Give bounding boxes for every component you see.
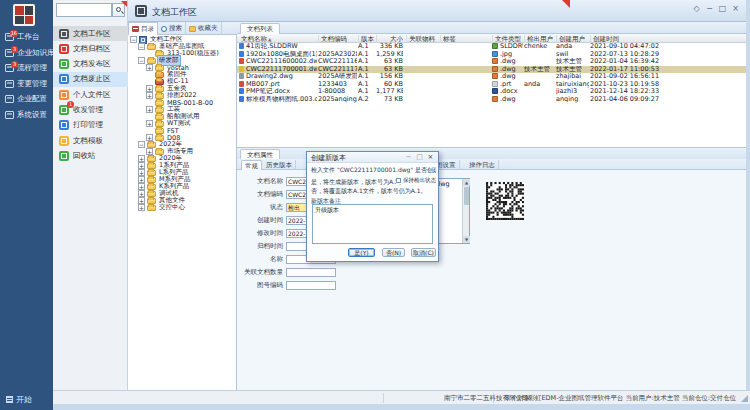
column-header[interactable]: 创建时间	[590, 35, 685, 43]
cell-tag	[440, 96, 490, 104]
module-item[interactable]: 文档废止区	[53, 72, 128, 87]
cell-type: .prt	[492, 81, 523, 89]
expand-icon[interactable]: +	[138, 176, 145, 183]
module-item[interactable]: 回收站	[53, 148, 128, 163]
expand-icon[interactable]: +	[146, 64, 153, 71]
left-nav-item[interactable]: 3企业知识库	[0, 46, 53, 60]
module-item[interactable]: 1收发管理	[53, 103, 128, 118]
collapse-icon[interactable]: −	[138, 43, 145, 50]
expand-icon[interactable]: +	[146, 106, 153, 113]
expand-icon[interactable]: +	[146, 92, 153, 99]
no-button[interactable]: 否(N)	[382, 248, 405, 257]
scroll-thumb[interactable]	[464, 187, 469, 205]
knowledge-base-icon: 3	[5, 49, 14, 57]
expand-icon[interactable]: +	[138, 162, 145, 169]
expand-icon[interactable]: +	[138, 190, 145, 197]
keep-checkout-checkbox[interactable]	[396, 178, 401, 183]
column-header[interactable]: 文件类型	[492, 35, 523, 43]
cell-tag	[440, 81, 490, 89]
properties-tab-5[interactable]: 操作日志	[466, 160, 499, 170]
left-nav-item[interactable]: 3流程管理	[0, 61, 53, 75]
listbox-scrollbar[interactable]: ▲ ▼	[462, 179, 469, 243]
table-row[interactable]: 1920x1080电脑桌面(1)(1).jpg2025A23028A.11,25…	[237, 51, 746, 59]
tree-node[interactable]: FST	[128, 127, 236, 134]
resize-grip[interactable]	[741, 395, 748, 402]
module-search-input[interactable]	[56, 3, 112, 17]
expand-icon[interactable]: +	[138, 197, 145, 204]
expand-icon[interactable]: +	[138, 155, 145, 162]
yes-button[interactable]: 是(Y)	[348, 248, 375, 257]
tree-node[interactable]: 313-100(稳压器)	[128, 50, 236, 57]
start-button[interactable]: 开始	[0, 392, 53, 406]
close-icon[interactable]: ×	[425, 153, 436, 162]
cell-type: .docx	[492, 88, 523, 96]
cancel-button[interactable]: 取消(C)	[411, 248, 436, 257]
cell-material	[406, 73, 438, 81]
column-header[interactable]: 文档名称▲	[239, 35, 317, 43]
table-row[interactable]: Drawing2.dwg2025A研发部00007A.1156 KB.dwgzh…	[237, 73, 746, 81]
tree-tab-favorites[interactable]: 收藏夹	[186, 22, 222, 35]
cell-tag	[440, 51, 490, 59]
module-item[interactable]: 个人文件区	[53, 87, 128, 102]
minimize-icon[interactable]: −	[703, 2, 716, 15]
scroll-down-icon[interactable]: ▼	[463, 236, 470, 243]
tree-node[interactable]: MBS-001-B-00	[128, 99, 236, 106]
cell-tag	[440, 73, 490, 81]
column-header[interactable]: 大小	[376, 35, 403, 43]
cell-type: .dwg	[492, 66, 523, 74]
tree-tab-catalog[interactable]: 目录	[128, 22, 158, 35]
workbench-icon: 16	[5, 33, 14, 41]
column-header[interactable]: 标签	[440, 35, 490, 43]
module-item[interactable]: 文档归档区	[53, 41, 128, 56]
column-header[interactable]: 检出用户	[524, 35, 555, 43]
cell-tag	[440, 88, 490, 96]
file-type-icon	[492, 88, 498, 94]
file-list-tab[interactable]: 文档列表	[240, 23, 280, 34]
maximize-icon[interactable]: □	[414, 153, 425, 162]
restore-icon[interactable]: □	[716, 2, 729, 15]
tree-node[interactable]: +K系列产品	[128, 183, 236, 190]
module-item[interactable]: 打印管理	[53, 118, 128, 133]
table-row[interactable]: 41齿轮.SLDDRWA.1336 KBSLDDRWchenkeanda2021…	[237, 43, 746, 51]
tree-tab-search[interactable]: 搜索	[158, 22, 186, 35]
search-icon	[116, 7, 121, 12]
field-input[interactable]	[286, 281, 336, 290]
left-nav-item[interactable]: 企业配置	[0, 92, 53, 106]
expand-icon[interactable]: +	[146, 120, 153, 127]
module-item[interactable]: 文档模板	[53, 133, 128, 148]
tree-node[interactable]: +WT测试	[128, 120, 236, 127]
column-header[interactable]: 版本	[358, 35, 375, 43]
close-icon[interactable]: ×	[729, 2, 742, 15]
collapse-icon[interactable]: −	[130, 36, 137, 43]
expand-icon[interactable]: +	[146, 85, 153, 92]
remark-textarea[interactable]: 升级版本	[312, 204, 433, 244]
column-header[interactable]: 关联物料	[406, 35, 438, 43]
properties-tab-0[interactable]: 常规	[241, 160, 262, 170]
no-expander	[146, 78, 153, 85]
tree-node[interactable]: +交控中心	[128, 204, 236, 211]
left-nav-item[interactable]: 系统设置	[0, 108, 53, 122]
properties-tab-1[interactable]: 历史版本	[263, 160, 296, 170]
table-row[interactable]: CWC22111700001.dwgCWC22111700001A.163 KB…	[237, 66, 746, 74]
table-row[interactable]: 标准模具物料图纸.003.dwg2025anqing202104...A.273…	[237, 96, 746, 104]
module-item[interactable]: 文档工作区	[53, 26, 128, 41]
expand-icon[interactable]: +	[138, 204, 145, 211]
minimize-icon[interactable]: −	[403, 153, 414, 162]
collapse-icon[interactable]: −	[138, 57, 145, 64]
pin-icon[interactable]: ◇	[690, 2, 703, 15]
module-item[interactable]: 文档发布区	[53, 57, 128, 72]
cell-version: A.1	[358, 73, 375, 81]
expand-icon[interactable]: +	[138, 183, 145, 190]
left-nav-item[interactable]: 16工作台	[0, 30, 53, 44]
collapse-icon[interactable]: −	[138, 141, 145, 148]
table-row[interactable]: CWC22111600002.dwgCWC22111600003A.163 KB…	[237, 58, 746, 66]
table-row[interactable]: MB007.prt1233403A.160 KB.prtandatairuixi…	[237, 81, 746, 89]
column-header[interactable]: 创建用户	[556, 35, 589, 43]
table-row[interactable]: PMP笔记.docx1-80008A.11,177 KB.docxjiazhi3…	[237, 88, 746, 96]
scroll-up-icon[interactable]: ▲	[463, 179, 470, 186]
field-input[interactable]	[286, 268, 336, 277]
expand-icon[interactable]: +	[138, 169, 145, 176]
left-nav-item[interactable]: 变更管理	[0, 77, 53, 91]
cell-name: Drawing2.dwg	[239, 73, 317, 81]
column-header[interactable]: 文档编码	[318, 35, 357, 43]
